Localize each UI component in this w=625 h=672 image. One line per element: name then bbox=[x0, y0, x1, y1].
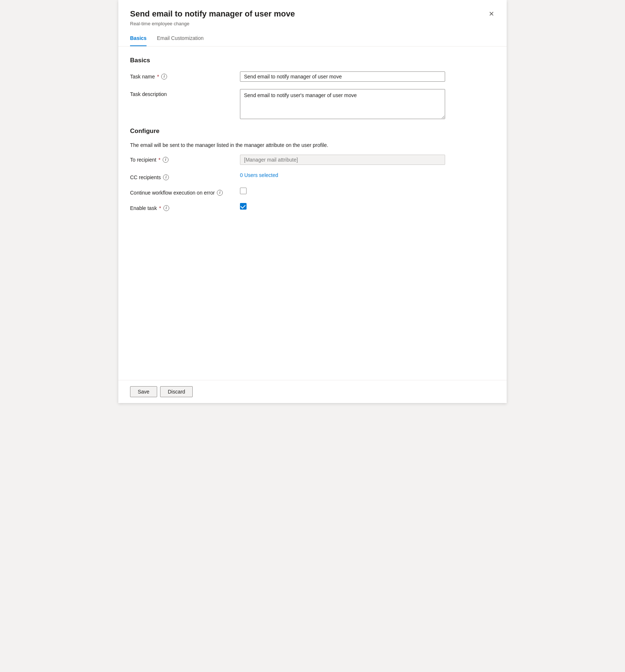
dialog-title: Send email to notify manager of user mov… bbox=[130, 9, 495, 19]
configure-section: Configure The email will be sent to the … bbox=[130, 128, 495, 211]
cc-recipients-info-icon: i bbox=[163, 174, 169, 180]
task-name-required: * bbox=[157, 74, 159, 80]
task-name-control bbox=[240, 71, 495, 82]
configure-description: The email will be sent to the manager li… bbox=[130, 142, 495, 148]
task-name-info-icon: i bbox=[161, 74, 167, 80]
enable-task-checkbox[interactable] bbox=[240, 203, 247, 210]
cc-recipients-label: CC recipients i bbox=[130, 172, 240, 180]
save-button[interactable]: Save bbox=[130, 386, 157, 397]
task-name-label: Task name * i bbox=[130, 71, 240, 80]
cc-recipients-link[interactable]: 0 Users selected bbox=[240, 172, 278, 178]
task-description-row: Task description Send email to notify us… bbox=[130, 89, 495, 120]
continue-workflow-checkbox-container bbox=[240, 188, 495, 194]
cc-recipients-control: 0 Users selected bbox=[240, 172, 495, 178]
continue-workflow-row: Continue workflow execution on error i bbox=[130, 188, 495, 196]
close-button[interactable]: ✕ bbox=[485, 7, 498, 21]
dialog-header: Send email to notify manager of user mov… bbox=[118, 0, 507, 31]
cc-recipients-row: CC recipients i 0 Users selected bbox=[130, 172, 495, 180]
discard-button[interactable]: Discard bbox=[160, 386, 193, 397]
configure-section-heading: Configure bbox=[130, 128, 495, 135]
to-recipient-row: To recipient * i bbox=[130, 155, 495, 165]
to-recipient-control bbox=[240, 155, 495, 165]
to-recipient-required: * bbox=[159, 157, 160, 163]
continue-workflow-label: Continue workflow execution on error i bbox=[130, 188, 240, 196]
dialog-panel: Send email to notify manager of user mov… bbox=[118, 0, 507, 403]
task-description-label: Task description bbox=[130, 89, 240, 97]
dialog-footer: Save Discard bbox=[118, 380, 507, 403]
continue-workflow-checkbox[interactable] bbox=[240, 188, 247, 194]
tab-email-customization[interactable]: Email Customization bbox=[157, 31, 204, 46]
continue-workflow-info-icon: i bbox=[217, 190, 223, 196]
task-description-control: Send email to notify user's manager of u… bbox=[240, 89, 495, 120]
task-name-row: Task name * i bbox=[130, 71, 495, 82]
enable-task-label: Enable task * i bbox=[130, 203, 240, 211]
enable-task-required: * bbox=[159, 205, 161, 211]
continue-workflow-control bbox=[240, 188, 495, 194]
task-description-input[interactable]: Send email to notify user's manager of u… bbox=[240, 89, 445, 119]
enable-task-info-icon: i bbox=[163, 205, 169, 211]
tabs-container: Basics Email Customization bbox=[118, 31, 507, 47]
to-recipient-info-icon: i bbox=[163, 157, 169, 163]
tab-basics[interactable]: Basics bbox=[130, 31, 147, 46]
to-recipient-input bbox=[240, 155, 445, 165]
enable-task-checkbox-container bbox=[240, 203, 495, 210]
dialog-subtitle: Real-time employee change bbox=[130, 21, 495, 26]
to-recipient-label: To recipient * i bbox=[130, 155, 240, 163]
basics-section-heading: Basics bbox=[130, 57, 495, 64]
enable-task-control bbox=[240, 203, 495, 210]
task-name-input[interactable] bbox=[240, 71, 445, 82]
enable-task-row: Enable task * i bbox=[130, 203, 495, 211]
dialog-body: Basics Task name * i Task description Se… bbox=[118, 47, 507, 380]
